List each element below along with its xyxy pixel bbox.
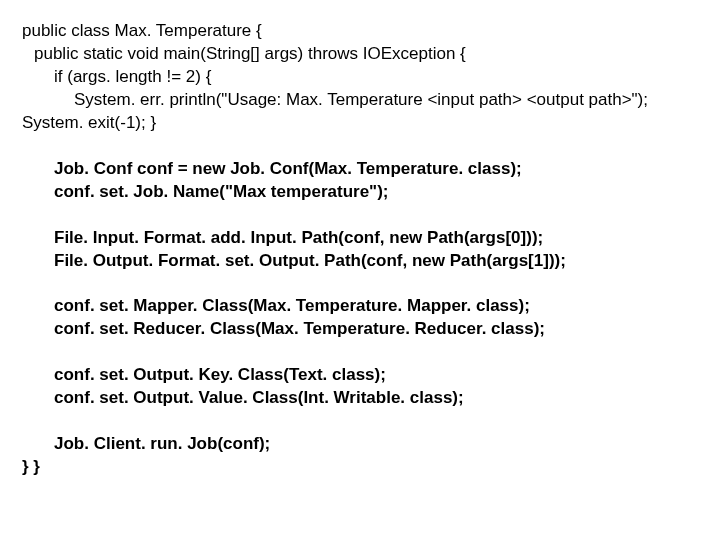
blank-line bbox=[22, 204, 710, 227]
code-line-11: conf. set. Reducer. Class(Max. Temperatu… bbox=[54, 318, 710, 341]
code-line-2: public static void main(String[] args) t… bbox=[34, 43, 710, 66]
blank-line bbox=[22, 410, 710, 433]
code-line-9: File. Output. Format. set. Output. Path(… bbox=[54, 250, 710, 273]
code-line-12: conf. set. Output. Key. Class(Text. clas… bbox=[54, 364, 710, 387]
code-line-5: System. exit(-1); } bbox=[22, 112, 710, 135]
code-line-8: File. Input. Format. add. Input. Path(co… bbox=[54, 227, 710, 250]
code-line-15: } } bbox=[22, 456, 710, 479]
code-line-13: conf. set. Output. Value. Class(Int. Wri… bbox=[54, 387, 710, 410]
code-line-10: conf. set. Mapper. Class(Max. Temperatur… bbox=[54, 295, 710, 318]
blank-line bbox=[22, 135, 710, 158]
code-line-14: Job. Client. run. Job(conf); bbox=[54, 433, 710, 456]
blank-line bbox=[22, 341, 710, 364]
code-line-4: System. err. println("Usage: Max. Temper… bbox=[74, 89, 710, 112]
code-line-3: if (args. length != 2) { bbox=[54, 66, 710, 89]
code-line-7: conf. set. Job. Name("Max temperature"); bbox=[54, 181, 710, 204]
code-line-1: public class Max. Temperature { bbox=[22, 20, 710, 43]
blank-line bbox=[22, 272, 710, 295]
code-line-6: Job. Conf conf = new Job. Conf(Max. Temp… bbox=[54, 158, 710, 181]
